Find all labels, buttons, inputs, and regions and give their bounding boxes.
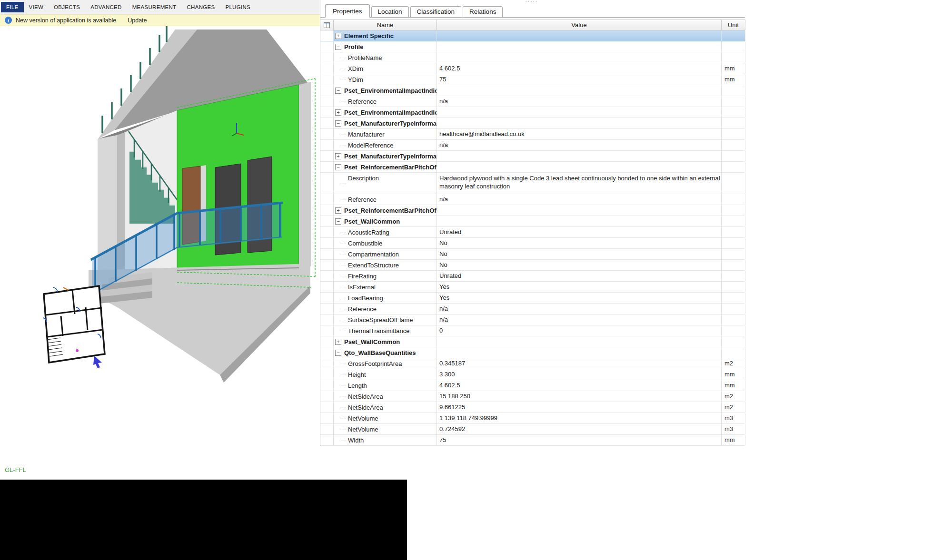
property-row-reference[interactable]: Referencen/a [320,96,745,107]
property-row-element-specific[interactable]: +Element Specific [320,30,745,41]
property-name: Pset_WallCommon [344,216,400,226]
property-row-netvolume[interactable]: NetVolume1 139 118 749.99999m3 [320,413,745,424]
property-row-netvolume[interactable]: NetVolume0.724592m3 [320,424,745,435]
property-name: Pset_ManufacturerTypeInformation [344,151,437,161]
row-indicator-cell [320,96,334,107]
update-button[interactable]: Update [128,17,147,24]
property-unit-cell [722,336,745,347]
property-row-acousticrating[interactable]: AcousticRatingUnrated [320,227,745,238]
collapse-icon[interactable]: − [335,350,341,356]
property-name-cell: NetSideArea [334,402,437,413]
property-row-firerating[interactable]: FireRatingUnrated [320,271,745,282]
property-row-manufacturer[interactable]: Manufacturerhealthcare@midlandlead.co.uk [320,129,745,140]
property-row-profile[interactable]: −Profile [320,41,745,52]
property-row-width[interactable]: Width75mm [320,435,745,446]
tab-properties[interactable]: Properties [325,4,370,18]
expand-icon[interactable]: + [335,33,341,39]
property-row-description[interactable]: DescriptionHardwood plywood with a singl… [320,173,745,194]
tab-relations[interactable]: Relations [463,6,503,18]
property-row-pset-reinforcementbarpitchofwall[interactable]: +Pset_ReinforcementBarPitchOfWall [320,205,745,216]
menu-plugins[interactable]: PLUGINS [220,2,256,12]
collapse-icon[interactable]: − [335,218,341,225]
property-row-thermaltransmittance[interactable]: ThermalTransmittance0 [320,325,745,336]
property-name-cell: +Element Specific [334,30,437,41]
property-row-pset-environmentalimpactindicators[interactable]: −Pset_EnvironmentalImpactIndicators [320,85,745,96]
property-value-cell: 1 139 118 749.99999 [437,413,722,423]
property-unit-cell: mm [722,435,745,445]
row-indicator-cell [320,41,334,52]
property-row-combustible[interactable]: CombustibleNo [320,238,745,249]
expand-icon[interactable]: + [335,207,341,214]
property-name-cell: Manufacturer [334,129,437,139]
menu-objects[interactable]: OBJECTS [49,2,85,12]
property-row-pset-environmentalimpactindicators[interactable]: +Pset_EnvironmentalImpactIndicators [320,107,745,118]
tab-classification[interactable]: Classification [410,6,462,18]
property-value-cell: 4 602.5 [437,380,722,391]
collapse-icon[interactable]: − [335,44,341,50]
property-value-cell [437,41,722,52]
expand-icon[interactable]: + [335,109,341,116]
property-row-netsidearea[interactable]: NetSideArea15 188 250m2 [320,391,745,402]
property-row-xdim[interactable]: XDim4 602.5mm [320,63,745,74]
property-name-cell: Description [334,173,437,194]
menu-file[interactable]: FILE [1,2,24,12]
property-row-pset-manufacturertypeinformation[interactable]: −Pset_ManufacturerTypeInformation [320,118,745,129]
property-row-modelreference[interactable]: ModelReferencen/a [320,140,745,151]
property-name: Combustible [348,238,382,248]
row-indicator-cell [320,314,334,325]
column-header-name[interactable]: Name [334,20,437,30]
collapse-icon[interactable]: − [335,120,341,127]
property-row-reference[interactable]: Referencen/a [320,194,745,205]
menu-bar: FILEVIEWOBJECTSADVANCEDMEASUREMENTCHANGE… [0,0,320,14]
row-indicator-cell [320,227,334,237]
property-unit-cell: mm [722,369,745,380]
property-value-cell: Hardwood plywood with a single Code 3 le… [437,173,722,194]
menu-changes[interactable]: CHANGES [181,2,220,12]
menu-view[interactable]: VIEW [24,2,49,12]
column-header-value[interactable]: Value [437,20,722,30]
expand-icon[interactable]: + [335,339,341,345]
property-value-cell [437,336,722,347]
properties-panel: ····· PropertiesLocationClassificationRe… [320,0,745,446]
property-row-netsidearea[interactable]: NetSideArea9.661225m2 [320,402,745,413]
collapse-icon[interactable]: − [335,164,341,170]
menu-measurement[interactable]: MEASUREMENT [127,2,182,12]
property-name-cell: +Pset_ReinforcementBarPitchOfWall [334,205,437,216]
property-row-grossfootprintarea[interactable]: GrossFootprintArea0.345187m2 [320,358,745,369]
property-row-pset-reinforcementbarpitchofwall[interactable]: −Pset_ReinforcementBarPitchOfWall [320,162,745,173]
property-row-height[interactable]: Height3 300mm [320,369,745,380]
property-row-qto-wallbasequantities[interactable]: −Qto_WallBaseQuantities [320,347,745,358]
property-row-ydim[interactable]: YDim75mm [320,74,745,85]
panel-splitter-handle[interactable]: ····· [525,0,538,3]
property-row-loadbearing[interactable]: LoadBearingYes [320,293,745,304]
column-chooser-icon[interactable] [324,22,330,28]
property-row-pset-wallcommon[interactable]: +Pset_WallCommon [320,336,745,347]
column-chooser-cell[interactable] [320,20,334,30]
table-header-row: Name Value Unit [320,20,745,30]
collapse-icon[interactable]: − [335,88,341,94]
floor-plan-minimap[interactable] [43,286,105,363]
table-body: +Element Specific−ProfileProfileNameXDim… [320,30,745,446]
column-header-unit[interactable]: Unit [722,20,745,30]
tab-location[interactable]: Location [371,6,409,18]
wall-end-face[interactable] [299,82,311,268]
property-name-cell: NetVolume [334,413,437,423]
expand-icon[interactable]: + [335,153,341,159]
menu-advanced[interactable]: ADVANCED [85,2,127,12]
property-unit-cell: m3 [722,424,745,434]
property-row-surfacespreadofflame[interactable]: SurfaceSpreadOfFlamen/a [320,314,745,325]
property-name: Pset_WallCommon [344,337,400,347]
property-unit-cell: m2 [722,358,745,369]
property-name: Pset_ReinforcementBarPitchOfWall [344,206,437,216]
row-indicator-cell [320,282,334,292]
property-row-compartmentation[interactable]: CompartmentationNo [320,249,745,260]
property-row-reference[interactable]: Referencen/a [320,304,745,314]
property-row-length[interactable]: Length4 602.5mm [320,380,745,391]
property-row-pset-wallcommon[interactable]: −Pset_WallCommon [320,216,745,227]
property-row-extendtostructure[interactable]: ExtendToStructureNo [320,260,745,271]
property-name-cell: NetVolume [334,424,437,434]
row-indicator-cell [320,260,334,270]
property-row-profilename[interactable]: ProfileName [320,52,745,63]
property-row-pset-manufacturertypeinformation[interactable]: +Pset_ManufacturerTypeInformation [320,151,745,162]
property-row-isexternal[interactable]: IsExternalYes [320,282,745,293]
